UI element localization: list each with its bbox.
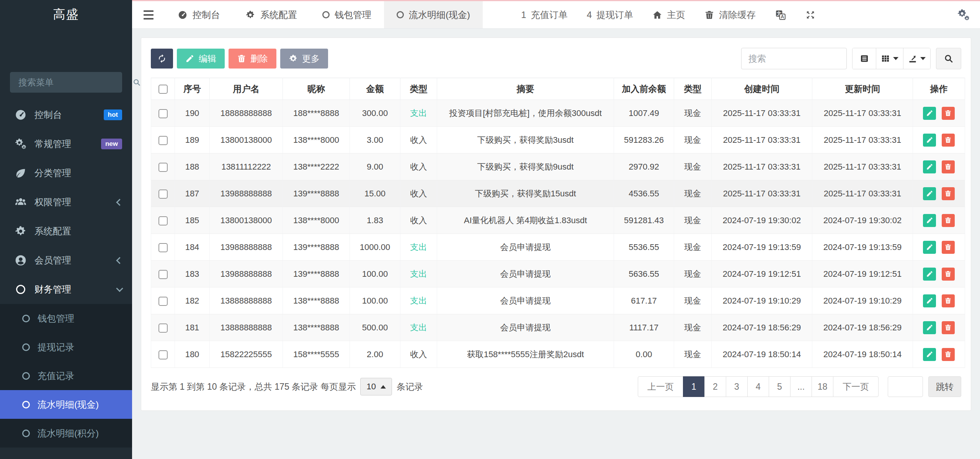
row-delete-button[interactable] <box>942 241 955 254</box>
sidebar-item-members[interactable]: 会员管理 <box>0 246 132 275</box>
page-4[interactable]: 4 <box>747 376 769 397</box>
sidebar-subitem-recharge[interactable]: 充值记录 <box>0 361 132 390</box>
edit-button[interactable]: 编辑 <box>177 49 225 69</box>
table-row[interactable]: 180 15822225555 158****5555 2.00 收入 获取15… <box>151 341 965 368</box>
row-edit-button[interactable] <box>923 321 936 334</box>
clear-cache-link[interactable]: 清除缓存 <box>704 9 756 21</box>
jump-button[interactable]: 跳转 <box>928 376 961 397</box>
refresh-button[interactable] <box>151 49 173 69</box>
row-delete-button[interactable] <box>942 134 955 147</box>
delete-button[interactable]: 删除 <box>229 49 276 69</box>
withdraw-orders-link[interactable]: 4 提现订单 <box>587 9 633 21</box>
home-link[interactable]: 主页 <box>652 9 685 21</box>
col-updated[interactable]: 更新时间 <box>812 78 913 100</box>
table-row[interactable]: 182 13888888888 138****8888 100.00 支出 会员… <box>151 287 965 314</box>
table-row[interactable]: 184 13988888888 139****8888 1000.00 支出 会… <box>151 234 965 261</box>
sidebar-item-sysconfig[interactable]: 系统配置 <box>0 217 132 246</box>
col-nickname[interactable]: 昵称 <box>283 78 350 100</box>
app-logo[interactable]: 高盛 <box>0 0 132 29</box>
col-seq[interactable]: 序号 <box>175 78 210 100</box>
select-all-checkbox[interactable] <box>158 85 168 94</box>
page-next[interactable]: 下一页 <box>833 376 879 397</box>
fullscreen-button[interactable] <box>805 10 815 20</box>
sidebar-item-general[interactable]: 常规管理 new <box>0 129 132 158</box>
page-3[interactable]: 3 <box>726 376 748 397</box>
tab-dashboard[interactable]: 控制台 <box>165 1 233 28</box>
row-delete-button[interactable] <box>942 160 955 173</box>
table-row[interactable]: 183 13988888888 139****8888 100.00 支出 会员… <box>151 261 965 287</box>
page-prev[interactable]: 上一页 <box>638 376 683 397</box>
sidebar-item-auth[interactable]: 权限管理 <box>0 188 132 217</box>
row-checkbox[interactable] <box>158 243 168 252</box>
row-checkbox[interactable] <box>158 136 168 145</box>
row-delete-button[interactable] <box>942 294 955 307</box>
row-edit-button[interactable] <box>923 214 936 227</box>
col-type[interactable]: 类型 <box>400 78 437 100</box>
table-row[interactable]: 185 13800138000 138****8000 1.83 收入 AI量化… <box>151 207 965 234</box>
col-created[interactable]: 创建时间 <box>712 78 812 100</box>
sidebar-search-input[interactable] <box>18 77 132 88</box>
page-5[interactable]: 5 <box>769 376 791 397</box>
table-search-input[interactable] <box>741 48 847 69</box>
row-edit-button[interactable] <box>923 187 936 200</box>
tab-cashflow[interactable]: 流水明细(现金) <box>384 1 483 28</box>
tab-sysconfig[interactable]: 系统配置 <box>233 1 310 28</box>
table-row[interactable]: 188 13811112222 138****2222 9.00 收入 下级购买… <box>151 154 965 180</box>
cell-updated: 2024-07-19 19:10:29 <box>812 287 913 314</box>
sidebar-item-category[interactable]: 分类管理 <box>0 158 132 188</box>
tab-wallet[interactable]: 钱包管理 <box>310 1 384 28</box>
sidebar-subitem-cashflow[interactable]: 流水明细(现金) <box>0 390 132 419</box>
row-delete-button[interactable] <box>942 187 955 200</box>
row-edit-button[interactable] <box>923 107 936 120</box>
row-edit-button[interactable] <box>923 134 936 147</box>
row-checkbox[interactable] <box>158 323 168 333</box>
settings-gears-icon[interactable] <box>957 8 970 21</box>
more-button[interactable]: 更多 <box>280 49 328 69</box>
col-amount[interactable]: 金额 <box>350 78 400 100</box>
page-ellipsis[interactable]: ... <box>790 376 812 397</box>
table-row[interactable]: 187 13988888888 139****8888 15.00 收入 下级购… <box>151 180 965 207</box>
row-checkbox[interactable] <box>158 216 168 225</box>
row-checkbox[interactable] <box>158 189 168 199</box>
sidebar-item-dashboard[interactable]: 控制台 hot <box>0 100 132 129</box>
table-row[interactable]: 189 13800138000 138****8000 3.00 收入 下级购买… <box>151 127 965 154</box>
export-button[interactable] <box>903 48 930 69</box>
columns-button[interactable] <box>876 48 903 69</box>
row-edit-button[interactable] <box>923 160 936 173</box>
row-delete-button[interactable] <box>942 214 955 227</box>
row-edit-button[interactable] <box>923 241 936 254</box>
sidebar-subitem-pointsflow[interactable]: 流水明细(积分) <box>0 419 132 448</box>
sidebar-subitem-withdraw[interactable]: 提现记录 <box>0 333 132 361</box>
language-switch-button[interactable]: 文A <box>775 9 786 21</box>
sidebar-subitem-wallet[interactable]: 钱包管理 <box>0 304 132 333</box>
page-1[interactable]: 1 <box>683 376 705 397</box>
table-row[interactable]: 190 18888888888 188****8888 300.00 支出 投资… <box>151 100 965 127</box>
recharge-orders-link[interactable]: 1 充值订单 <box>521 9 567 21</box>
row-checkbox[interactable] <box>158 350 168 359</box>
row-delete-button[interactable] <box>942 107 955 120</box>
page-size-select[interactable]: 10 <box>360 378 392 395</box>
row-delete-button[interactable] <box>942 321 955 334</box>
detail-view-button[interactable] <box>853 48 876 69</box>
col-balance[interactable]: 加入前余额 <box>614 78 674 100</box>
table-row[interactable]: 181 13888888888 138****8888 500.00 支出 会员… <box>151 314 965 341</box>
sidebar-item-finance[interactable]: 财务管理 <box>0 275 132 304</box>
row-checkbox[interactable] <box>158 109 168 118</box>
col-summary[interactable]: 摘要 <box>437 78 614 100</box>
advanced-search-button[interactable] <box>936 48 961 69</box>
page-2[interactable]: 2 <box>704 376 726 397</box>
pencil-icon <box>926 109 933 117</box>
col-fund-type[interactable]: 类型 <box>674 78 712 100</box>
row-edit-button[interactable] <box>923 294 936 307</box>
row-checkbox[interactable] <box>158 163 168 172</box>
row-checkbox[interactable] <box>158 270 168 279</box>
row-delete-button[interactable] <box>942 268 955 281</box>
col-username[interactable]: 用户名 <box>210 78 283 100</box>
row-edit-button[interactable] <box>923 268 936 281</box>
row-edit-button[interactable] <box>923 348 936 361</box>
jump-page-input[interactable] <box>888 376 923 397</box>
menu-toggle-icon[interactable] <box>132 1 165 28</box>
page-18[interactable]: 18 <box>812 376 833 397</box>
row-delete-button[interactable] <box>942 348 955 361</box>
row-checkbox[interactable] <box>158 297 168 306</box>
